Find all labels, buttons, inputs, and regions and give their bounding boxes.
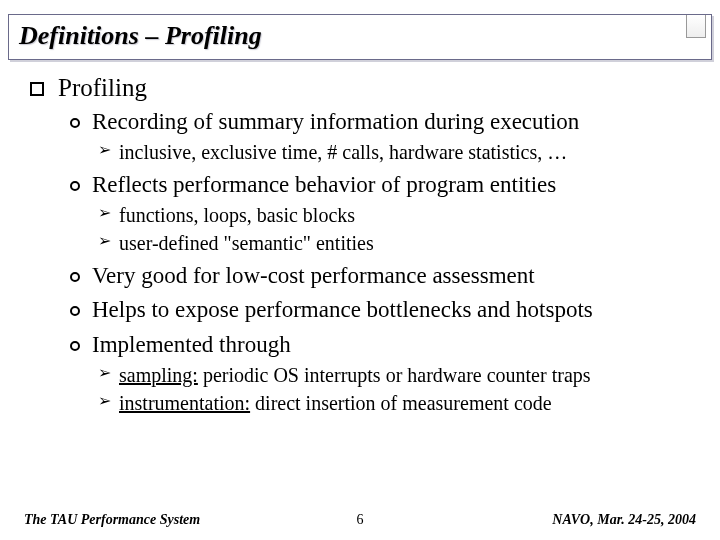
arrow-bullet-icon: ➢ [98, 139, 111, 161]
circle-bullet-icon [70, 272, 80, 282]
square-bullet-icon [30, 82, 44, 96]
footer-right: NAVO, Mar. 24-25, 2004 [552, 512, 696, 528]
list-item: Implemented through [70, 331, 690, 360]
list-item: Reflects performance behavior of program… [70, 171, 690, 200]
sub-item: ➢ user-defined "semantic" entities [98, 230, 690, 256]
underlined-term: sampling: [119, 364, 198, 386]
list-item: Helps to expose performance bottlenecks … [70, 296, 690, 325]
sub-item-text: user-defined "semantic" entities [119, 230, 374, 256]
slide-content: Profiling Recording of summary informati… [0, 60, 720, 416]
list-item-text: Helps to expose performance bottlenecks … [92, 296, 593, 325]
title-bar: Definitions – Profiling [8, 14, 712, 60]
section-text: Profiling [58, 74, 147, 102]
arrow-bullet-icon: ➢ [98, 390, 111, 412]
arrow-bullet-icon: ➢ [98, 202, 111, 224]
arrow-bullet-icon: ➢ [98, 230, 111, 252]
slide-title: Definitions – Profiling [19, 21, 701, 51]
sub-item-text: sampling: periodic OS interrupts or hard… [119, 362, 591, 388]
slide-number: 6 [357, 512, 364, 528]
circle-bullet-icon [70, 181, 80, 191]
list-item-text: Recording of summary information during … [92, 108, 579, 137]
list-item: Recording of summary information during … [70, 108, 690, 137]
sub-item-text: instrumentation: direct insertion of mea… [119, 390, 552, 416]
slide-footer: The TAU Performance System 6 NAVO, Mar. … [0, 512, 720, 528]
sub-item-text: inclusive, exclusive time, # calls, hard… [119, 139, 567, 165]
circle-bullet-icon [70, 306, 80, 316]
list-item-text: Reflects performance behavior of program… [92, 171, 556, 200]
sub-item-rest: periodic OS interrupts or hardware count… [198, 364, 591, 386]
underlined-term: instrumentation: [119, 392, 250, 414]
section-heading: Profiling [30, 74, 690, 102]
sub-item: ➢ instrumentation: direct insertion of m… [98, 390, 690, 416]
sub-item: ➢ functions, loops, basic blocks [98, 202, 690, 228]
circle-bullet-icon [70, 341, 80, 351]
circle-bullet-icon [70, 118, 80, 128]
sub-item-text: functions, loops, basic blocks [119, 202, 355, 228]
list-item-text: Implemented through [92, 331, 291, 360]
list-item: Very good for low-cost performance asses… [70, 262, 690, 291]
footer-left: The TAU Performance System [24, 512, 200, 528]
arrow-bullet-icon: ➢ [98, 362, 111, 384]
list-item-text: Very good for low-cost performance asses… [92, 262, 535, 291]
sub-item: ➢ inclusive, exclusive time, # calls, ha… [98, 139, 690, 165]
sub-item-rest: direct insertion of measurement code [250, 392, 552, 414]
sub-item: ➢ sampling: periodic OS interrupts or ha… [98, 362, 690, 388]
